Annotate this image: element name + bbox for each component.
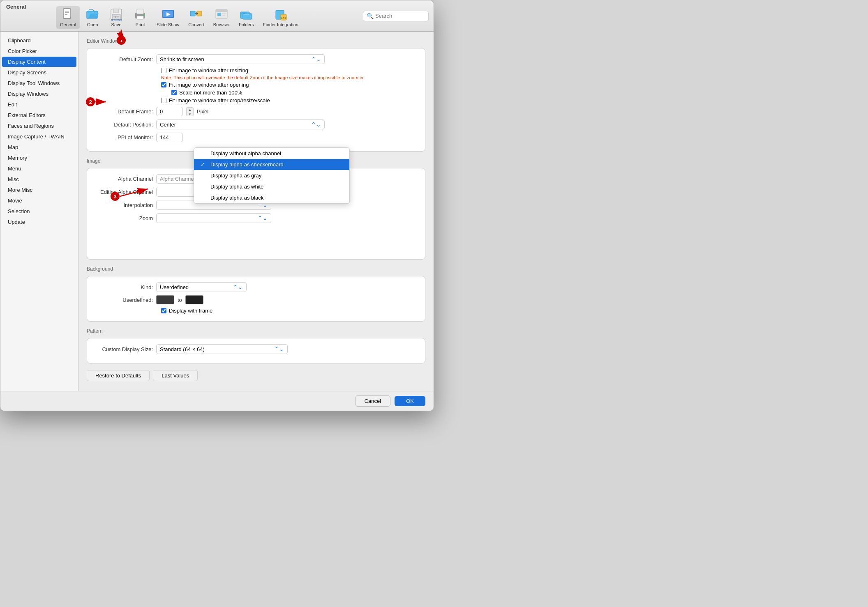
window-title: General <box>6 4 26 10</box>
dropdown-item-no-alpha[interactable]: Display without alpha channel <box>194 148 349 159</box>
last-values-button[interactable]: Last Values <box>153 370 198 381</box>
default-frame-input[interactable] <box>156 107 183 116</box>
toolbar-finder-integration-label: Finder Integration <box>263 22 298 27</box>
default-position-chevron: ⌃⌄ <box>311 121 321 128</box>
sidebar-item-display-tool-windows[interactable]: Display Tool Windows <box>2 78 76 88</box>
sidebar-item-external-editors[interactable]: External Editors <box>2 110 76 120</box>
fit-after-crop-checkbox[interactable] <box>161 98 166 103</box>
toolbar-open[interactable]: Open <box>81 6 104 29</box>
sidebar-item-misc[interactable]: Misc <box>2 174 76 184</box>
color-swatch-to[interactable] <box>185 295 203 304</box>
custom-display-size-chevron: ⌃⌄ <box>274 346 284 352</box>
search-input[interactable] <box>375 13 425 19</box>
scale-not-more-row: Scale not more than 100% <box>171 90 417 96</box>
toolbar-finder-integration[interactable]: EXT Finder Integration <box>259 6 302 29</box>
to-label: to <box>178 297 182 303</box>
color-swatch-from[interactable] <box>156 295 174 304</box>
fit-after-open-row: Fit image to window after opening <box>161 82 417 88</box>
main-content: Clipboard Color Picker Display Content D… <box>0 32 434 391</box>
folders-icon <box>240 8 253 21</box>
dropdown-item-white[interactable]: Display alpha as white <box>194 181 349 192</box>
image-section: Image Alpha Channel Alpha Channel Editin… <box>87 158 425 260</box>
toolbar-slideshow[interactable]: Slide Show <box>152 6 183 29</box>
toolbar-convert[interactable]: Convert <box>184 6 208 29</box>
sidebar-item-display-content[interactable]: Display Content <box>2 57 76 67</box>
sidebar-item-display-screens[interactable]: Display Screens <box>2 67 76 78</box>
default-zoom-row: Default Zoom: Shrink to fit screen ⌃⌄ <box>95 54 417 64</box>
dropdown-item-gray[interactable]: Display alpha as gray <box>194 170 349 181</box>
sidebar-item-display-windows[interactable]: Display Windows <box>2 89 76 99</box>
editor-window-title: Editor Window <box>87 38 425 44</box>
sidebar-item-faces-regions[interactable]: Faces and Regions <box>2 121 76 131</box>
toolbar-browser-label: Browser <box>213 22 230 27</box>
fit-after-resize-checkbox[interactable] <box>161 68 166 73</box>
svg-rect-21 <box>216 9 227 12</box>
toolbar-general[interactable]: General <box>56 6 80 29</box>
sidebar-item-memory[interactable]: Memory <box>2 153 76 163</box>
pattern-section-title: Pattern <box>87 328 425 334</box>
sidebar-item-movie[interactable]: Movie <box>2 195 76 206</box>
sidebar: Clipboard Color Picker Display Content D… <box>0 32 78 391</box>
dropdown-label-white: Display alpha as white <box>210 184 263 190</box>
toolbar-open-label: Open <box>87 22 98 27</box>
kind-label: Kind: <box>95 284 153 290</box>
svg-rect-18 <box>190 11 195 16</box>
svg-rect-3 <box>65 14 67 15</box>
toolbar-save[interactable]: TIFFJPG PNG Save <box>105 6 128 29</box>
sidebar-item-clipboard[interactable]: Clipboard <box>2 35 76 46</box>
background-section-title: Background <box>87 266 425 272</box>
frame-spinner[interactable]: ▲ ▼ <box>186 107 194 116</box>
fit-after-resize-label: Fit image to window after resizing <box>169 67 248 74</box>
sidebar-item-more-misc[interactable]: More Misc <box>2 185 76 195</box>
fit-after-open-checkbox[interactable] <box>161 82 166 87</box>
custom-display-size-select[interactable]: Standard (64 × 64) ⌃⌄ <box>156 344 288 354</box>
display-with-frame-checkbox[interactable] <box>161 308 166 313</box>
toolbar-browser[interactable]: Browser <box>209 6 234 29</box>
sidebar-item-color-picker[interactable]: Color Picker <box>2 46 76 56</box>
editor-window-box: Default Zoom: Shrink to fit screen ⌃⌄ Fi… <box>87 48 425 152</box>
pattern-section-box: Custom Display Size: Standard (64 × 64) … <box>87 338 425 363</box>
svg-rect-7 <box>114 9 118 12</box>
default-position-select[interactable]: Center ⌃⌄ <box>156 120 325 129</box>
sidebar-item-update[interactable]: Update <box>2 217 76 227</box>
print-icon <box>134 8 147 21</box>
fit-after-open-label: Fit image to window after opening <box>169 82 249 88</box>
sidebar-item-edit[interactable]: Edit <box>2 99 76 110</box>
default-frame-label: Default Frame: <box>95 108 153 115</box>
zoom-label: Zoom <box>95 215 153 221</box>
dropdown-item-black[interactable]: Display alpha as black <box>194 192 349 203</box>
sidebar-item-selection[interactable]: Selection <box>2 206 76 216</box>
default-frame-unit: Pixel <box>197 108 208 115</box>
zoom-select[interactable]: ⌃⌄ <box>156 213 271 223</box>
frame-spinner-up[interactable]: ▲ <box>187 108 193 112</box>
ppi-input[interactable] <box>156 133 183 142</box>
kind-select[interactable]: Userdefined ⌃⌄ <box>156 282 247 292</box>
custom-display-size-label: Custom Display Size: <box>95 346 153 352</box>
save-icon: TIFFJPG PNG <box>110 8 123 21</box>
svg-rect-13 <box>137 16 143 19</box>
toolbar-print[interactable]: Print <box>129 6 152 29</box>
sidebar-item-menu[interactable]: Menu <box>2 163 76 174</box>
sidebar-item-image-capture[interactable]: Image Capture / TWAIN <box>2 131 76 142</box>
ok-button[interactable]: OK <box>395 396 425 406</box>
finder-integration-icon: EXT <box>274 8 287 21</box>
default-zoom-select[interactable]: Shrink to fit screen ⌃⌄ <box>156 54 325 64</box>
dropdown-item-checkerboard[interactable]: ✓ Display alpha as checkerboard <box>194 159 349 170</box>
default-position-value: Center <box>160 122 176 128</box>
default-position-label: Default Position: <box>95 122 153 128</box>
toolbar-folders[interactable]: Folders <box>235 6 258 29</box>
cancel-button[interactable]: Cancel <box>355 395 390 407</box>
toolbar-folders-label: Folders <box>239 22 254 27</box>
kind-chevron: ⌃⌄ <box>233 284 243 290</box>
scale-not-more-checkbox[interactable] <box>171 90 177 95</box>
frame-spinner-down[interactable]: ▼ <box>187 112 193 116</box>
scale-not-more-label: Scale not more than 100% <box>179 90 242 96</box>
default-zoom-chevron: ⌃⌄ <box>311 56 321 62</box>
restore-defaults-button[interactable]: Restore to Defaults <box>87 370 150 381</box>
slideshow-icon <box>162 8 175 21</box>
svg-rect-1 <box>65 11 69 11</box>
sidebar-item-map[interactable]: Map <box>2 142 76 152</box>
alpha-dropdown: Display without alpha channel ✓ Display … <box>194 147 350 204</box>
toolbar-search-box[interactable]: 🔍 <box>363 11 429 21</box>
default-zoom-value: Shrink to fit screen <box>160 56 204 62</box>
